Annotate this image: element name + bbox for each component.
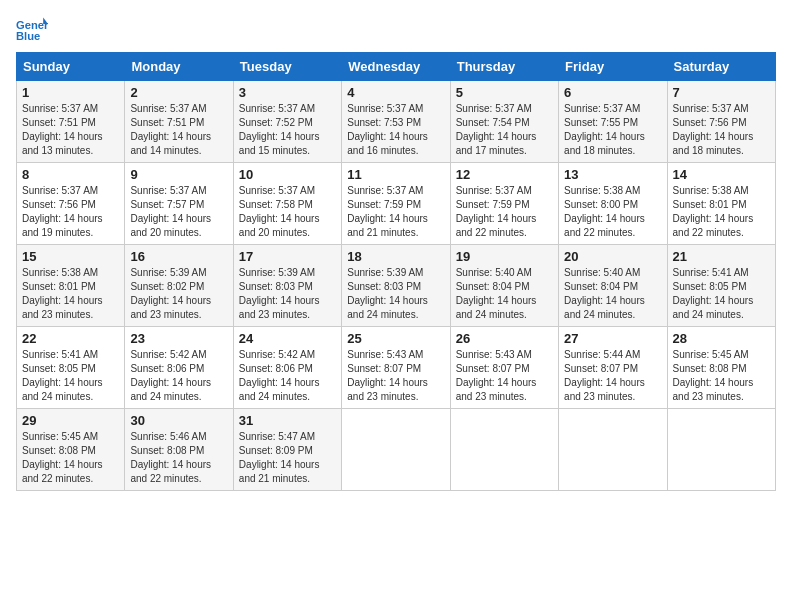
day-number: 19: [456, 249, 553, 264]
calendar-cell: 14 Sunrise: 5:38 AM Sunset: 8:01 PM Dayl…: [667, 163, 775, 245]
day-detail: Sunrise: 5:43 AM Sunset: 8:07 PM Dayligh…: [456, 348, 553, 404]
day-detail: Sunrise: 5:45 AM Sunset: 8:08 PM Dayligh…: [22, 430, 119, 486]
day-number: 12: [456, 167, 553, 182]
day-number: 8: [22, 167, 119, 182]
day-detail: Sunrise: 5:42 AM Sunset: 8:06 PM Dayligh…: [130, 348, 227, 404]
day-number: 16: [130, 249, 227, 264]
calendar-cell: 25 Sunrise: 5:43 AM Sunset: 8:07 PM Dayl…: [342, 327, 450, 409]
day-number: 31: [239, 413, 336, 428]
calendar-cell: 10 Sunrise: 5:37 AM Sunset: 7:58 PM Dayl…: [233, 163, 341, 245]
day-number: 29: [22, 413, 119, 428]
day-number: 28: [673, 331, 770, 346]
svg-text:Blue: Blue: [16, 30, 40, 42]
day-number: 15: [22, 249, 119, 264]
day-detail: Sunrise: 5:37 AM Sunset: 7:59 PM Dayligh…: [456, 184, 553, 240]
day-detail: Sunrise: 5:43 AM Sunset: 8:07 PM Dayligh…: [347, 348, 444, 404]
day-detail: Sunrise: 5:41 AM Sunset: 8:05 PM Dayligh…: [22, 348, 119, 404]
day-detail: Sunrise: 5:39 AM Sunset: 8:03 PM Dayligh…: [347, 266, 444, 322]
day-number: 14: [673, 167, 770, 182]
day-number: 18: [347, 249, 444, 264]
day-number: 9: [130, 167, 227, 182]
day-detail: Sunrise: 5:38 AM Sunset: 8:01 PM Dayligh…: [673, 184, 770, 240]
calendar-header-row: SundayMondayTuesdayWednesdayThursdayFrid…: [17, 53, 776, 81]
calendar-cell: 5 Sunrise: 5:37 AM Sunset: 7:54 PM Dayli…: [450, 81, 558, 163]
calendar-cell: [667, 409, 775, 491]
header-saturday: Saturday: [667, 53, 775, 81]
day-number: 25: [347, 331, 444, 346]
calendar-cell: 8 Sunrise: 5:37 AM Sunset: 7:56 PM Dayli…: [17, 163, 125, 245]
day-number: 23: [130, 331, 227, 346]
calendar-cell: 11 Sunrise: 5:37 AM Sunset: 7:59 PM Dayl…: [342, 163, 450, 245]
day-detail: Sunrise: 5:37 AM Sunset: 7:59 PM Dayligh…: [347, 184, 444, 240]
day-detail: Sunrise: 5:47 AM Sunset: 8:09 PM Dayligh…: [239, 430, 336, 486]
day-detail: Sunrise: 5:45 AM Sunset: 8:08 PM Dayligh…: [673, 348, 770, 404]
day-detail: Sunrise: 5:37 AM Sunset: 7:56 PM Dayligh…: [22, 184, 119, 240]
calendar-cell: [559, 409, 667, 491]
day-detail: Sunrise: 5:37 AM Sunset: 7:55 PM Dayligh…: [564, 102, 661, 158]
calendar-cell: 24 Sunrise: 5:42 AM Sunset: 8:06 PM Dayl…: [233, 327, 341, 409]
day-detail: Sunrise: 5:41 AM Sunset: 8:05 PM Dayligh…: [673, 266, 770, 322]
header-wednesday: Wednesday: [342, 53, 450, 81]
calendar-cell: 31 Sunrise: 5:47 AM Sunset: 8:09 PM Dayl…: [233, 409, 341, 491]
page-header: General Blue: [16, 16, 776, 44]
calendar-week-1: 1 Sunrise: 5:37 AM Sunset: 7:51 PM Dayli…: [17, 81, 776, 163]
calendar-cell: 4 Sunrise: 5:37 AM Sunset: 7:53 PM Dayli…: [342, 81, 450, 163]
day-detail: Sunrise: 5:37 AM Sunset: 7:52 PM Dayligh…: [239, 102, 336, 158]
day-number: 13: [564, 167, 661, 182]
day-number: 10: [239, 167, 336, 182]
calendar-cell: 13 Sunrise: 5:38 AM Sunset: 8:00 PM Dayl…: [559, 163, 667, 245]
day-detail: Sunrise: 5:37 AM Sunset: 7:54 PM Dayligh…: [456, 102, 553, 158]
day-detail: Sunrise: 5:37 AM Sunset: 7:57 PM Dayligh…: [130, 184, 227, 240]
calendar-cell: 18 Sunrise: 5:39 AM Sunset: 8:03 PM Dayl…: [342, 245, 450, 327]
header-friday: Friday: [559, 53, 667, 81]
day-detail: Sunrise: 5:37 AM Sunset: 7:58 PM Dayligh…: [239, 184, 336, 240]
day-number: 21: [673, 249, 770, 264]
calendar-cell: 7 Sunrise: 5:37 AM Sunset: 7:56 PM Dayli…: [667, 81, 775, 163]
calendar-cell: 30 Sunrise: 5:46 AM Sunset: 8:08 PM Dayl…: [125, 409, 233, 491]
calendar-cell: 23 Sunrise: 5:42 AM Sunset: 8:06 PM Dayl…: [125, 327, 233, 409]
day-detail: Sunrise: 5:46 AM Sunset: 8:08 PM Dayligh…: [130, 430, 227, 486]
calendar-cell: 1 Sunrise: 5:37 AM Sunset: 7:51 PM Dayli…: [17, 81, 125, 163]
calendar-cell: 15 Sunrise: 5:38 AM Sunset: 8:01 PM Dayl…: [17, 245, 125, 327]
calendar-week-3: 15 Sunrise: 5:38 AM Sunset: 8:01 PM Dayl…: [17, 245, 776, 327]
calendar-cell: [450, 409, 558, 491]
day-detail: Sunrise: 5:40 AM Sunset: 8:04 PM Dayligh…: [564, 266, 661, 322]
calendar-week-2: 8 Sunrise: 5:37 AM Sunset: 7:56 PM Dayli…: [17, 163, 776, 245]
calendar-cell: 22 Sunrise: 5:41 AM Sunset: 8:05 PM Dayl…: [17, 327, 125, 409]
header-tuesday: Tuesday: [233, 53, 341, 81]
day-detail: Sunrise: 5:38 AM Sunset: 8:00 PM Dayligh…: [564, 184, 661, 240]
calendar-cell: 26 Sunrise: 5:43 AM Sunset: 8:07 PM Dayl…: [450, 327, 558, 409]
calendar-table: SundayMondayTuesdayWednesdayThursdayFrid…: [16, 52, 776, 491]
calendar-cell: 29 Sunrise: 5:45 AM Sunset: 8:08 PM Dayl…: [17, 409, 125, 491]
day-number: 17: [239, 249, 336, 264]
day-detail: Sunrise: 5:42 AM Sunset: 8:06 PM Dayligh…: [239, 348, 336, 404]
day-detail: Sunrise: 5:40 AM Sunset: 8:04 PM Dayligh…: [456, 266, 553, 322]
day-detail: Sunrise: 5:37 AM Sunset: 7:51 PM Dayligh…: [22, 102, 119, 158]
header-thursday: Thursday: [450, 53, 558, 81]
day-number: 3: [239, 85, 336, 100]
calendar-cell: 28 Sunrise: 5:45 AM Sunset: 8:08 PM Dayl…: [667, 327, 775, 409]
day-number: 2: [130, 85, 227, 100]
day-detail: Sunrise: 5:39 AM Sunset: 8:02 PM Dayligh…: [130, 266, 227, 322]
day-number: 24: [239, 331, 336, 346]
day-number: 1: [22, 85, 119, 100]
logo: General Blue: [16, 16, 52, 44]
calendar-cell: 16 Sunrise: 5:39 AM Sunset: 8:02 PM Dayl…: [125, 245, 233, 327]
calendar-cell: 12 Sunrise: 5:37 AM Sunset: 7:59 PM Dayl…: [450, 163, 558, 245]
header-monday: Monday: [125, 53, 233, 81]
calendar-cell: [342, 409, 450, 491]
day-number: 26: [456, 331, 553, 346]
calendar-cell: 20 Sunrise: 5:40 AM Sunset: 8:04 PM Dayl…: [559, 245, 667, 327]
calendar-cell: 21 Sunrise: 5:41 AM Sunset: 8:05 PM Dayl…: [667, 245, 775, 327]
day-number: 20: [564, 249, 661, 264]
calendar-week-4: 22 Sunrise: 5:41 AM Sunset: 8:05 PM Dayl…: [17, 327, 776, 409]
logo-icon: General Blue: [16, 16, 48, 44]
calendar-cell: 17 Sunrise: 5:39 AM Sunset: 8:03 PM Dayl…: [233, 245, 341, 327]
day-number: 22: [22, 331, 119, 346]
calendar-cell: 3 Sunrise: 5:37 AM Sunset: 7:52 PM Dayli…: [233, 81, 341, 163]
day-detail: Sunrise: 5:39 AM Sunset: 8:03 PM Dayligh…: [239, 266, 336, 322]
calendar-cell: 6 Sunrise: 5:37 AM Sunset: 7:55 PM Dayli…: [559, 81, 667, 163]
day-number: 5: [456, 85, 553, 100]
day-detail: Sunrise: 5:37 AM Sunset: 7:53 PM Dayligh…: [347, 102, 444, 158]
day-number: 30: [130, 413, 227, 428]
